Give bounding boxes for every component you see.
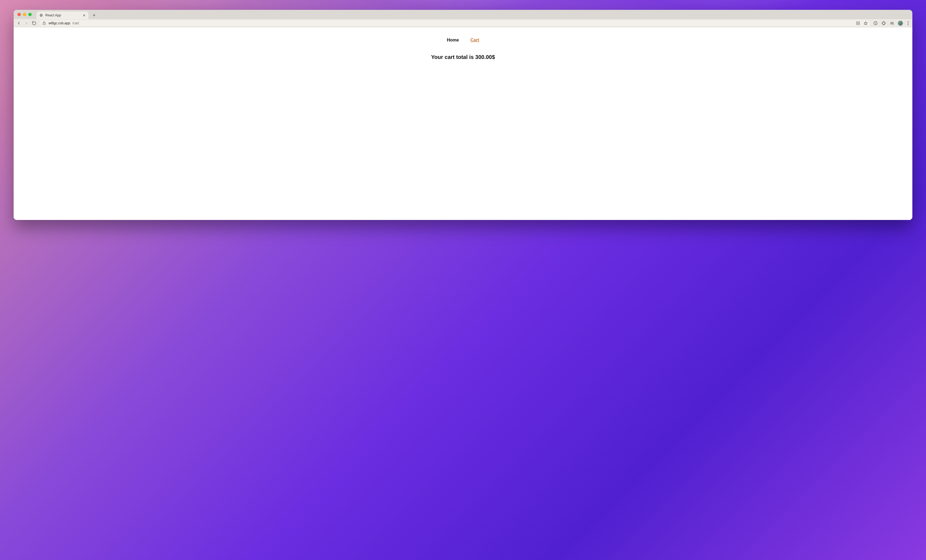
nav-link-cart[interactable]: Cart bbox=[471, 38, 479, 42]
forward-button[interactable] bbox=[24, 21, 29, 26]
toolbar-right bbox=[873, 21, 909, 26]
tab-list-button[interactable] bbox=[903, 12, 908, 17]
react-favicon-icon bbox=[39, 14, 43, 17]
window-close-button[interactable] bbox=[17, 13, 21, 16]
browser-window: React App ✕ + wl8gc.csb.app/cart bbox=[14, 10, 912, 220]
browser-tab-active[interactable]: React App ✕ bbox=[36, 11, 88, 19]
address-host: wl8gc.csb.app bbox=[48, 21, 70, 25]
tabstrip-overflow bbox=[903, 12, 909, 17]
reload-button[interactable] bbox=[32, 21, 36, 26]
info-icon[interactable] bbox=[873, 21, 878, 26]
chrome-menu-button[interactable] bbox=[906, 21, 909, 26]
nav-link-home[interactable]: Home bbox=[447, 38, 459, 42]
address-path: /cart bbox=[72, 21, 79, 25]
window-titlebar: React App ✕ + bbox=[14, 10, 912, 19]
svg-marker-6 bbox=[864, 21, 867, 25]
profile-avatar[interactable] bbox=[898, 21, 903, 26]
lock-icon bbox=[42, 21, 46, 26]
browser-toolbar: wl8gc.csb.app/cart bbox=[14, 19, 912, 27]
app-nav: Home Cart bbox=[14, 38, 912, 42]
svg-point-3 bbox=[41, 15, 41, 15]
reading-list-icon[interactable] bbox=[890, 21, 894, 26]
cart-total-heading: Your cart total is 300.00$ bbox=[14, 54, 912, 60]
svg-rect-4 bbox=[43, 23, 45, 24]
install-app-icon[interactable] bbox=[856, 21, 860, 26]
traffic-lights bbox=[17, 13, 32, 16]
new-tab-button[interactable]: + bbox=[91, 11, 97, 19]
back-button[interactable] bbox=[17, 21, 21, 26]
page-viewport: Home Cart Your cart total is 300.00$ bbox=[14, 27, 912, 220]
window-minimize-button[interactable] bbox=[23, 13, 26, 16]
address-bar[interactable]: wl8gc.csb.app/cart bbox=[39, 20, 871, 26]
bookmark-star-icon[interactable] bbox=[864, 21, 868, 26]
tab-strip: React App ✕ + bbox=[36, 10, 902, 19]
tab-title: React App bbox=[45, 14, 80, 17]
window-zoom-button[interactable] bbox=[29, 13, 32, 16]
extensions-icon[interactable] bbox=[882, 21, 886, 26]
tab-close-button[interactable]: ✕ bbox=[83, 14, 86, 17]
page-content: Home Cart Your cart total is 300.00$ bbox=[14, 27, 912, 60]
